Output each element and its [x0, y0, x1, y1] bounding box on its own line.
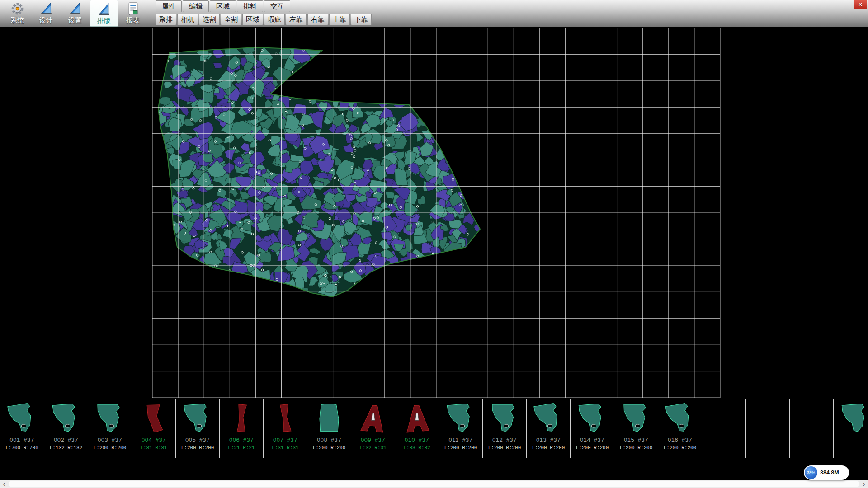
piece-name: 006_#37 — [229, 436, 254, 443]
menu-button-编辑[interactable]: 编辑 — [183, 0, 209, 12]
menu-row-1: 属性编辑区域排料交互 — [156, 0, 372, 12]
piece-thumbnail-014_#37[interactable]: 014_#37L:200 R:200 — [570, 399, 614, 458]
menu-button-相机[interactable]: 相机 — [177, 14, 198, 25]
piece-name: 015_#37 — [624, 436, 648, 443]
menu-button-区域[interactable]: 区域 — [210, 0, 236, 12]
piece-shape — [310, 400, 348, 436]
menu-button-下靠[interactable]: 下靠 — [351, 14, 372, 25]
piece-thumbnail-overflow — [833, 399, 868, 458]
menu-button-全割[interactable]: 全割 — [221, 14, 241, 25]
piece-shape — [91, 400, 129, 436]
piece-thumbnail-015_#37[interactable]: 015_#37L:200 R:200 — [614, 399, 658, 458]
piece-shape — [617, 400, 655, 436]
piece-name: 016_#37 — [668, 436, 692, 443]
close-button[interactable]: ✕ — [854, 0, 867, 9]
piece-thumbnail-003_#37[interactable]: 003_#37L:200 R:200 — [88, 399, 132, 458]
scroll-right-arrow[interactable]: › — [860, 480, 868, 488]
window-controls: — ✕ — [839, 0, 867, 9]
piece-name: 010_#37 — [405, 436, 429, 443]
piece-lr-count: L:31 R:31 — [140, 445, 167, 450]
toolbar-button-排版[interactable]: 排版 — [90, 0, 118, 27]
piece-shape — [529, 400, 567, 436]
hide-nesting-view[interactable] — [0, 27, 868, 399]
piece-lr-count: L:132 R:132 — [50, 445, 83, 450]
piece-thumbnail-010_#37[interactable]: 010_#37L:33 R:32 — [395, 399, 439, 458]
menu-button-左靠[interactable]: 左靠 — [286, 14, 307, 25]
gear-icon — [10, 1, 25, 16]
piece-lr-count: L:200 R:200 — [532, 445, 565, 450]
toolbar-button-系统[interactable]: 系统 — [3, 0, 32, 27]
piece-lr-count: L:200 R:200 — [620, 445, 653, 450]
menu-button-瑕疵[interactable]: 瑕疵 — [264, 14, 285, 25]
piece-shape — [222, 400, 260, 436]
piece-name: 008_#37 — [317, 436, 341, 443]
menu-button-聚排[interactable]: 聚排 — [156, 14, 176, 25]
pieces-strip: 001_#37L:700 R:700002_#37L:132 R:132003_… — [0, 399, 868, 458]
piece-lr-count: L:200 R:200 — [488, 445, 521, 450]
minimize-button[interactable]: — — [839, 0, 853, 9]
piece-thumbnail-012_#37[interactable]: 012_#37L:200 R:200 — [482, 399, 526, 458]
piece-thumbnail-001_#37[interactable]: 001_#37L:700 R:700 — [0, 399, 44, 458]
toolbar-button-报表[interactable]: 报表 — [118, 0, 147, 27]
menu-button-区域[interactable]: 区域 — [242, 14, 263, 25]
piece-thumbnail-011_#37[interactable]: 011_#37L:200 R:200 — [439, 399, 482, 458]
main-toolbar: 系统设计设置排版报表 属性编辑区域排料交互 聚排相机选割全割区域瑕疵左靠右靠上靠… — [0, 0, 868, 27]
app-window: 系统设计设置排版报表 属性编辑区域排料交互 聚排相机选割全割区域瑕疵左靠右靠上靠… — [0, 0, 868, 488]
menu-button-上靠[interactable]: 上靠 — [329, 14, 350, 25]
piece-thumbnail-007_#37[interactable]: 007_#37L:31 R:31 — [263, 399, 307, 458]
menu-button-属性[interactable]: 属性 — [156, 0, 182, 12]
menu-button-排料[interactable]: 排料 — [237, 0, 263, 12]
scrollbar-thumb[interactable] — [9, 481, 859, 487]
piece-lr-count: L:200 R:200 — [576, 445, 609, 450]
piece-shape — [3, 400, 41, 436]
piece-shape — [179, 400, 217, 436]
piece-name: 013_#37 — [536, 436, 561, 443]
settings-icon — [68, 1, 83, 16]
menu-button-选割[interactable]: 选割 — [199, 14, 220, 25]
piece-shape — [442, 400, 480, 436]
menu-button-右靠[interactable]: 右靠 — [307, 14, 328, 25]
piece-shape — [266, 400, 304, 436]
piece-name: 002_#37 — [54, 436, 78, 443]
memory-value: 384.8M — [820, 469, 839, 476]
design-icon — [39, 1, 54, 16]
piece-name: 004_#37 — [142, 436, 166, 443]
piece-thumbnail-006_#37[interactable]: 006_#37L:21 R:21 — [219, 399, 263, 458]
progress-badge: 38% — [805, 466, 817, 479]
piece-thumbnail-013_#37[interactable]: 013_#37L:200 R:200 — [526, 399, 570, 458]
scroll-left-arrow[interactable]: ‹ — [0, 480, 8, 488]
piece-shape — [47, 400, 85, 436]
piece-lr-count: L:200 R:200 — [313, 445, 346, 450]
piece-lr-count: L:32 R:31 — [359, 445, 386, 450]
memory-status: 38% 384.8M — [804, 465, 849, 480]
piece-shape — [486, 400, 524, 436]
piece-thumbnail-004_#37[interactable]: 004_#37L:31 R:31 — [132, 399, 175, 458]
piece-name: 003_#37 — [98, 436, 122, 443]
piece-name: 005_#37 — [185, 436, 210, 443]
piece-shape — [836, 400, 868, 436]
report-icon — [126, 1, 141, 16]
piece-thumbnail-002_#37[interactable]: 002_#37L:132 R:132 — [44, 399, 88, 458]
app-mode-toolbar: 系统设计设置排版报表 — [3, 0, 147, 27]
piece-lr-count: L:200 R:200 — [181, 445, 214, 450]
piece-name: 009_#37 — [361, 436, 385, 443]
piece-name: 001_#37 — [9, 436, 34, 443]
piece-thumbnail-008_#37[interactable]: 008_#37L:200 R:200 — [307, 399, 351, 458]
piece-shape — [354, 400, 392, 436]
piece-thumbnail-overflow — [789, 399, 833, 458]
piece-thumbnail-009_#37[interactable]: 009_#37L:32 R:31 — [351, 399, 395, 458]
nesting-canvas[interactable] — [0, 27, 868, 399]
progress-percent: 38% — [807, 470, 815, 475]
piece-thumbnail-016_#37[interactable]: 016_#37L:200 R:200 — [658, 399, 702, 458]
piece-lr-count: L:200 R:200 — [664, 445, 697, 450]
piece-thumbnail-overflow — [745, 399, 789, 458]
piece-thumbnail-005_#37[interactable]: 005_#37L:200 R:200 — [175, 399, 219, 458]
toolbar-button-设置[interactable]: 设置 — [61, 0, 90, 27]
menu-button-交互[interactable]: 交互 — [264, 0, 290, 12]
toolbar-button-设计[interactable]: 设计 — [32, 0, 61, 27]
piece-lr-count: L:200 R:200 — [94, 445, 127, 450]
piece-shape — [398, 400, 436, 436]
horizontal-scrollbar[interactable]: ‹ › — [0, 480, 868, 488]
piece-name: 007_#37 — [273, 436, 297, 443]
toolbar-button-label: 排版 — [97, 17, 111, 25]
